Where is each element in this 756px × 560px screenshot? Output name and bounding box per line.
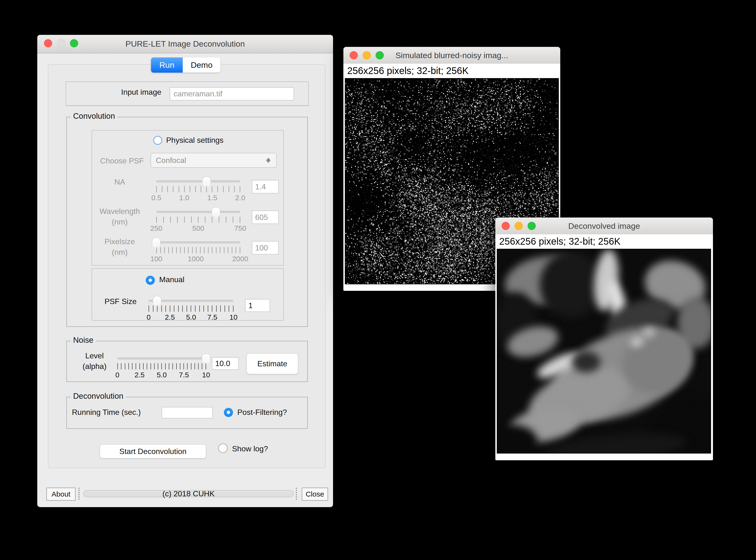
- psf-size-value: 1: [248, 301, 253, 310]
- manual-panel: Manual PSF Size 02.55.07.510 1: [92, 268, 284, 321]
- close-button[interactable]: Close: [302, 488, 328, 501]
- wavelength-label: Wavelength: [96, 207, 144, 216]
- na-tick-labels: 0.51.01.52.0: [156, 194, 240, 202]
- convolution-group: Convolution Physical settings Choose PSF…: [66, 117, 308, 327]
- tick-label: 2.5: [134, 371, 144, 379]
- pixelsize-label: Pixelsize: [96, 237, 144, 246]
- noise-legend: Noise: [71, 336, 96, 345]
- estimate-button[interactable]: Estimate: [247, 353, 298, 374]
- manual-radio[interactable]: [146, 276, 155, 285]
- na-value-field[interactable]: 1.4: [252, 180, 279, 194]
- tick-label: 750: [234, 224, 246, 233]
- tick-label: 1.0: [179, 194, 189, 202]
- noise-tick-marks: [117, 363, 206, 369]
- tick-label: 0.5: [151, 194, 161, 202]
- wavelength-tick-marks: [156, 217, 240, 223]
- image-status-text: 256x256 pixels; 32-bit; 256K: [495, 234, 713, 248]
- convolution-legend: Convolution: [71, 112, 117, 121]
- pixelsize-tick-labels: 10010002000: [156, 255, 240, 263]
- wavelength-value-field[interactable]: 605: [252, 211, 279, 224]
- stepper-updown-icon: [266, 156, 271, 165]
- deconvolution-group: Deconvolution Running Time (sec.) Post-F…: [66, 397, 308, 429]
- tick-label: 2.0: [235, 194, 245, 202]
- tick-label: 1000: [188, 255, 204, 263]
- pixelsize-slider-track[interactable]: [156, 241, 240, 243]
- tick-label: 1.5: [207, 194, 217, 202]
- wavelength-unit-label: (nm): [96, 218, 144, 226]
- noise-tick-labels: 02.55.07.510: [117, 371, 206, 380]
- pixelsize-unit-label: (nm): [96, 248, 144, 257]
- deconvolved-image-view: [497, 249, 711, 454]
- psf-size-label: PSF Size: [98, 297, 137, 306]
- wavelength-slider-track[interactable]: [156, 211, 240, 213]
- run-tab-panel: Input image cameraman.tif Convolution Ph…: [48, 64, 326, 468]
- deconvolution-legend: Deconvolution: [71, 392, 126, 401]
- wavelength-value: 605: [255, 213, 268, 222]
- psf-size-tick-labels: 02.55.07.510: [149, 313, 233, 322]
- tick-label: 0: [147, 313, 151, 321]
- tab-demo[interactable]: Demo: [183, 57, 220, 73]
- physical-settings-panel: Physical settings Choose PSF Confocal NA…: [92, 130, 284, 265]
- tick-label: 10: [202, 371, 210, 379]
- tick-label: 7.5: [207, 313, 217, 321]
- simulated-titlebar[interactable]: Simulated blurred-noisy imag...: [343, 47, 560, 64]
- post-filtering-radio[interactable]: [224, 408, 233, 417]
- tab-run[interactable]: Run: [151, 57, 183, 73]
- noise-slider-track[interactable]: [117, 357, 206, 360]
- manual-label: Manual: [159, 275, 185, 284]
- input-image-field[interactable]: cameraman.tif: [170, 87, 294, 100]
- choose-psf-label: Choose PSF: [96, 157, 144, 165]
- deconvolved-image: [497, 249, 711, 453]
- wavelength-tick-labels: 250500750: [156, 224, 240, 233]
- psf-size-value-field[interactable]: 1: [245, 299, 270, 312]
- na-slider-track[interactable]: [156, 180, 240, 182]
- copyright-text: (c) 2018 CUHK: [83, 487, 294, 500]
- desktop: PURE-LET Image Deconvolution Run Demo In…: [0, 0, 756, 560]
- na-tick-marks: [156, 186, 240, 192]
- tick-label: 100: [150, 255, 162, 263]
- start-deconvolution-button[interactable]: Start Deconvolution: [100, 444, 206, 458]
- tick-label: 500: [192, 224, 204, 233]
- input-image-value: cameraman.tif: [174, 89, 222, 98]
- noise-level-unit-label: (alpha): [74, 362, 115, 371]
- na-value: 1.4: [255, 182, 266, 191]
- pixelsize-value: 100: [255, 243, 268, 252]
- pixelsize-tick-marks: [156, 247, 240, 253]
- noise-value: 10.0: [215, 359, 230, 368]
- deconvolved-image-window: Deconvolved image 256x256 pixels; 32-bit…: [495, 218, 713, 460]
- show-log-radio[interactable]: [218, 443, 228, 453]
- show-log-label: Show log?: [232, 444, 268, 453]
- input-image-label: Input image: [82, 88, 161, 97]
- physical-settings-label: Physical settings: [166, 136, 224, 145]
- tick-label: 250: [150, 224, 162, 233]
- tick-label: 10: [229, 313, 237, 321]
- tick-label: 7.5: [179, 371, 189, 379]
- tick-label: 2000: [232, 255, 248, 263]
- noise-group: Noise Level (alpha) 02.55.07.510 10.0 Es…: [66, 341, 308, 382]
- running-time-label: Running Time (sec.): [72, 408, 163, 417]
- input-image-panel: Input image cameraman.tif: [66, 81, 309, 106]
- noise-level-label: Level: [74, 352, 115, 360]
- psf-dropdown-value: Confocal: [156, 156, 186, 165]
- tick-label: 5.0: [186, 313, 196, 321]
- noise-value-field[interactable]: 10.0: [212, 357, 239, 370]
- post-filtering-label: Post-Filtering?: [237, 408, 287, 417]
- main-window: PURE-LET Image Deconvolution Run Demo In…: [37, 35, 333, 507]
- psf-size-tick-marks: [149, 305, 233, 312]
- window-title: Deconvolved image: [495, 218, 713, 234]
- tick-label: 0: [115, 371, 119, 379]
- physical-settings-radio[interactable]: [153, 136, 162, 145]
- deconvolved-titlebar[interactable]: Deconvolved image: [495, 218, 713, 235]
- window-title: PURE-LET Image Deconvolution: [37, 35, 333, 53]
- pixelsize-value-field[interactable]: 100: [252, 241, 279, 255]
- psf-dropdown[interactable]: Confocal: [151, 153, 277, 168]
- footer-separator-left: [78, 488, 80, 500]
- na-label: NA: [96, 178, 144, 186]
- main-titlebar[interactable]: PURE-LET Image Deconvolution: [37, 35, 333, 53]
- image-status-text: 256x256 pixels; 32-bit; 256K: [343, 64, 560, 78]
- footer-separator-right: [296, 488, 297, 500]
- tick-label: 2.5: [165, 313, 175, 321]
- about-button[interactable]: About: [46, 488, 76, 501]
- window-title: Simulated blurred-noisy imag...: [343, 47, 560, 64]
- running-time-field[interactable]: [161, 407, 213, 418]
